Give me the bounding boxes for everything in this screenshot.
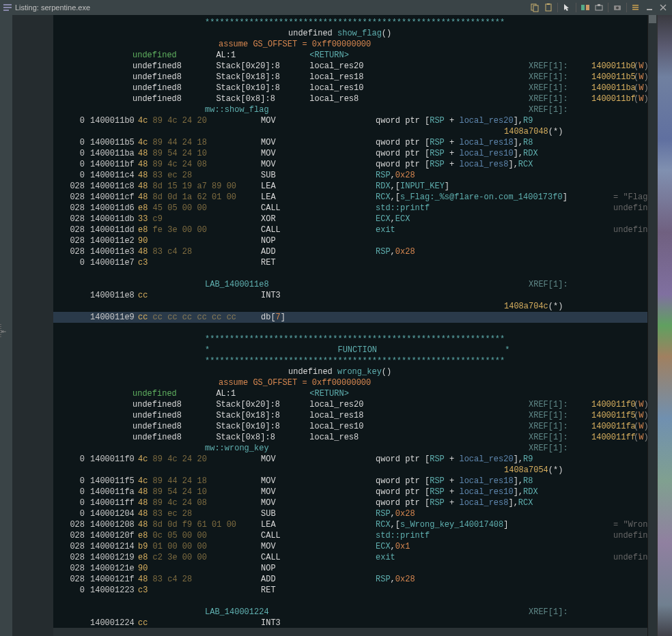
code-line[interactable]: 02814000120fe8 0c 05 00 00CALLstd::print…: [53, 530, 647, 541]
code-line[interactable]: 01400011b04c 89 4c 24 20MOVqword ptr [RS…: [53, 115, 647, 126]
code-line[interactable]: 1400011e9cc cc cc cc cc cc ccdb[7]: [53, 312, 647, 323]
code-line[interactable]: 02814000121f48 83 c4 28ADDRSP,0x28: [53, 574, 647, 585]
minimize-icon[interactable]: [643, 1, 656, 14]
diff-icon[interactable]: [579, 1, 591, 14]
code-line[interactable]: undefined8 Stack[0x18]:8 local_res18XREF…: [53, 72, 647, 83]
code-line[interactable]: 01400011ba48 89 54 24 10MOVqword ptr [RS…: [53, 148, 647, 159]
svg-rect-2: [3, 10, 9, 11]
camera-icon[interactable]: [611, 1, 624, 14]
snapshot-icon[interactable]: [593, 1, 605, 14]
svg-rect-0: [3, 4, 12, 5]
svg-rect-8: [586, 5, 589, 10]
code-line[interactable]: assume GS_OFFSET = 0xff00000000: [53, 39, 647, 50]
code-line[interactable]: LAB_1400011e8XREF[1]:: [53, 279, 647, 290]
code-line[interactable]: ****************************************…: [53, 17, 647, 28]
code-line[interactable]: 028140001214b9 01 00 00 00MOVECX,0x1: [53, 541, 647, 552]
code-line[interactable]: undefined8 Stack[0x20]:8 local_res20XREF…: [53, 399, 647, 410]
svg-rect-16: [647, 9, 652, 10]
code-line[interactable]: 01400011c448 83 ec 28SUBRSP,0x28: [53, 170, 647, 181]
code-line[interactable]: 0281400011e290NOP: [53, 235, 647, 246]
code-line[interactable]: 01400011fa48 89 54 24 10MOVqword ptr [RS…: [53, 487, 647, 497]
code-line[interactable]: 0281400011d6e8 45 05 00 00CALLstd::print…: [53, 203, 647, 214]
code-line[interactable]: mw::show_flagXREF[1]:: [53, 104, 647, 115]
paste-icon[interactable]: [542, 1, 555, 14]
code-line[interactable]: undefined8 Stack[0x18]:8 local_res18XREF…: [53, 410, 647, 421]
svg-rect-10: [598, 4, 600, 6]
svg-rect-1: [3, 7, 12, 8]
code-line[interactable]: 01400011e7c3RET: [53, 257, 647, 268]
svg-rect-15: [632, 9, 639, 10]
code-line[interactable]: undefined AL:1 <RETURN>: [53, 388, 647, 399]
code-line[interactable]: 1408a704c(*): [53, 301, 647, 312]
code-line[interactable]: undefined wrong_key(): [53, 366, 647, 377]
titlebar: Listing: serpentine.exe: [0, 0, 672, 15]
code-line[interactable]: 0281400011db33 c9XORECX,ECX: [53, 214, 647, 225]
listing-icon: [3, 3, 12, 12]
code-line[interactable]: 0281400011cf48 8d 0d 1a 62 01 00LEARCX,[…: [53, 192, 647, 203]
svg-point-12: [616, 7, 619, 10]
left-gutter: ⇤: [0, 15, 12, 636]
code-line[interactable]: 014000120448 83 ec 28SUBRSP,0x28: [53, 508, 647, 519]
vertical-scrollbar[interactable]: [647, 15, 657, 636]
overview-minimap[interactable]: [657, 15, 672, 636]
code-line[interactable]: 01400011ff48 89 4c 24 08MOVqword ptr [RS…: [53, 497, 647, 508]
resize-arrow-icon[interactable]: ⇤: [1, 326, 6, 336]
code-line[interactable]: undefined8 Stack[0x8]:8 local_res8XREF[1…: [53, 432, 647, 443]
code-line[interactable]: undefined8 Stack[0x10]:8 local_res10XREF…: [53, 83, 647, 93]
scrollbar-thumb[interactable]: [649, 15, 656, 23]
svg-rect-7: [581, 5, 585, 10]
listing-area[interactable]: ****************************************…: [53, 15, 647, 636]
code-line[interactable]: LAB_140001224XREF[1]:: [53, 607, 647, 618]
code-line[interactable]: 01400011f04c 89 4c 24 20MOVqword ptr [RS…: [53, 454, 647, 465]
code-line[interactable]: undefined8 Stack[0x8]:8 local_res8XREF[1…: [53, 93, 647, 104]
code-line[interactable]: undefined show_flag(): [53, 28, 647, 39]
code-line[interactable]: undefined AL:1 <RETURN>: [53, 50, 647, 61]
code-line[interactable]: 02814000120848 8d 0d f9 61 01 00LEARCX,[…: [53, 519, 647, 530]
cursor-icon[interactable]: [561, 1, 573, 14]
code-line[interactable]: 0281400011e348 83 c4 28ADDRSP,0x28: [53, 246, 647, 257]
code-line[interactable]: 1408a7054(*): [53, 465, 647, 476]
copy-icon[interactable]: [529, 1, 541, 14]
code-line[interactable]: 0281400011c848 8d 15 19 a7 89 00LEARDX,[…: [53, 181, 647, 192]
code-line[interactable]: [53, 268, 647, 279]
code-line[interactable]: 01400011bf48 89 4c 24 08MOVqword ptr [RS…: [53, 159, 647, 170]
svg-rect-5: [546, 4, 551, 11]
code-line[interactable]: 01400011b54c 89 44 24 18MOVqword ptr [RS…: [53, 137, 647, 148]
code-line[interactable]: 1400011e8ccINT3: [53, 290, 647, 301]
horizontal-scrollbar[interactable]: [53, 628, 647, 636]
svg-rect-13: [632, 5, 639, 6]
code-line[interactable]: 01400011f54c 89 44 24 18MOVqword ptr [RS…: [53, 476, 647, 487]
code-line[interactable]: ****************************************…: [53, 356, 647, 366]
code-line[interactable]: [53, 596, 647, 607]
code-line[interactable]: 028140001219e8 c2 3e 00 00CALLexitundefi…: [53, 552, 647, 563]
list-icon[interactable]: [630, 1, 642, 14]
code-line[interactable]: [53, 323, 647, 334]
window-title: Listing: serpentine.exe: [15, 3, 90, 12]
code-line[interactable]: 02814000121e90NOP: [53, 563, 647, 574]
code-line[interactable]: undefined8 Stack[0x20]:8 local_res20XREF…: [53, 61, 647, 72]
close-icon[interactable]: [657, 1, 669, 14]
code-line[interactable]: ****************************************…: [53, 334, 647, 345]
code-line[interactable]: undefined8 Stack[0x10]:8 local_res10XREF…: [53, 421, 647, 432]
code-line[interactable]: 140001224ccINT3: [53, 618, 647, 628]
code-line[interactable]: assume GS_OFFSET = 0xff00000000: [53, 377, 647, 388]
svg-rect-6: [547, 3, 550, 5]
svg-rect-14: [632, 7, 639, 8]
code-line[interactable]: 0281400011dde8 fe 3e 00 00CALLexitundefi…: [53, 225, 647, 235]
code-line[interactable]: 1408a7048(*): [53, 126, 647, 137]
code-line[interactable]: * FUNCTION *: [53, 345, 647, 356]
code-line[interactable]: mw::wrong_keyXREF[1]:: [53, 443, 647, 454]
svg-rect-4: [533, 5, 538, 12]
bookmark-column: [12, 15, 53, 636]
code-line[interactable]: 0140001223c3RET: [53, 585, 647, 596]
svg-rect-9: [596, 5, 602, 10]
